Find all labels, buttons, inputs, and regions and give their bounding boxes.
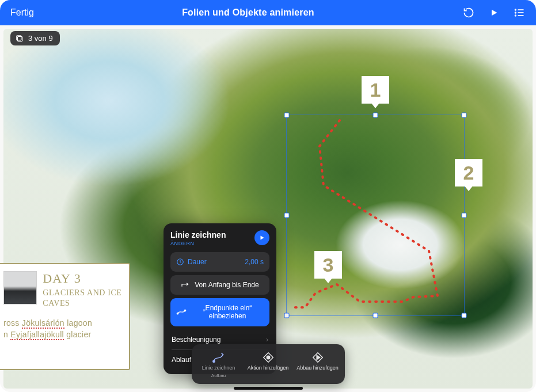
endpoints-row[interactable]: „Endpunkte ein“ einbeziehen [170,298,269,326]
add-buildout-icon [311,351,324,364]
svg-point-11 [212,360,214,362]
clock-icon [176,258,184,266]
svg-point-10 [184,310,186,312]
chevron-right-icon: › [266,336,268,344]
undo-icon[interactable] [462,6,475,19]
endpoints-icon [176,308,187,316]
svg-point-3 [515,12,516,13]
acceleration-label: Beschleunigung [172,336,221,344]
direction-row[interactable]: Von Anfang bis Ende [170,275,269,295]
tool-add-buildout[interactable]: Abbau hinzufügen [293,349,343,380]
svg-point-13 [267,356,270,359]
add-action-icon [262,351,275,364]
marker-number: 2 [463,162,474,184]
map-marker-3[interactable]: 3 [314,251,342,283]
duration-row[interactable]: Dauer 2,00 s [170,252,269,272]
tool-add-buildout-label: Abbau hinzufügen [296,366,339,371]
day-thumbnail [3,271,37,305]
delivery-label: Ablauf [172,356,191,364]
play-icon[interactable] [488,6,500,19]
marker-number: 1 [370,79,381,101]
day-body-text: ross Jökulsárlón lagoon n Eyjafjallajöku… [3,317,123,341]
preview-play-button[interactable] [254,230,269,245]
svg-rect-2 [518,9,523,10]
direction-icon [181,281,190,289]
slide-canvas[interactable]: 1 2 3 DAY 3 GLACIERS AND ICE CAVES ross … [0,25,536,392]
build-order-icon[interactable] [513,6,526,19]
tool-add-action[interactable]: Aktion hinzufügen [244,349,293,380]
page-title: Folien und Objekte animieren [182,7,314,18]
svg-marker-7 [261,236,264,240]
top-bar: Fertig Folien und Objekte animieren [0,0,536,25]
slide-counter[interactable]: 3 von 9 [10,31,60,45]
done-button[interactable]: Fertig [10,7,34,18]
map-marker-1[interactable]: 1 [362,76,389,108]
tool-draw-line[interactable]: Linie zeichnen Aufbau [194,349,244,380]
slides-icon [16,35,24,43]
direction-label: Von Anfang bis Ende [195,281,259,289]
svg-point-1 [515,9,516,10]
draw-line-icon [212,351,226,364]
build-toolbar: Linie zeichnen Aufbau Aktion hinzufügen … [192,344,345,384]
day-info-card[interactable]: DAY 3 GLACIERS AND ICE CAVES ross Jökuls… [0,263,130,370]
svg-marker-0 [492,10,497,16]
change-effect-link[interactable]: ÄNDERN [170,241,226,246]
svg-marker-15 [317,355,320,359]
duration-label: Dauer [188,258,207,266]
popover-title: Linie zeichnen [170,230,226,239]
home-indicator [234,387,303,390]
duration-value: 2,00 s [245,258,264,266]
tool-draw-line-sub: Aufbau [211,373,226,378]
tool-add-action-label: Aktion hinzufügen [248,366,289,371]
tool-draw-line-label: Linie zeichnen [202,366,235,371]
day-title: DAY 3 [43,271,123,286]
svg-rect-6 [518,15,523,16]
endpoints-label: „Endpunkte ein“ einbeziehen [191,304,264,321]
svg-point-9 [177,313,178,315]
map-marker-2[interactable]: 2 [455,159,482,191]
slide-counter-text: 3 von 9 [28,34,53,43]
day-subtitle: GLACIERS AND ICE CAVES [43,288,123,308]
svg-point-5 [515,14,516,16]
marker-number: 3 [323,254,334,276]
svg-rect-4 [518,12,523,13]
